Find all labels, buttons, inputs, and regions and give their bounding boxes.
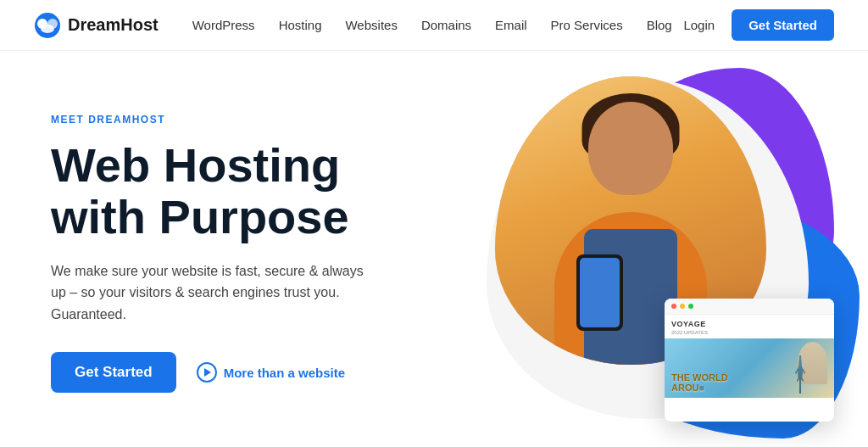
nav-link-wordpress[interactable]: WordPress	[192, 18, 255, 32]
nav-link-domains[interactable]: Domains	[421, 18, 471, 32]
website-preview-card: VOYAGE 2022 UPDATES THE WORLDAROU■	[665, 299, 834, 422]
nav-link-email[interactable]: Email	[495, 18, 527, 32]
hero-get-started-button[interactable]: Get Started	[51, 352, 176, 393]
hero-section: MEET DREAMHOST Web Hosting with Purpose …	[0, 51, 868, 447]
window-dot-yellow	[680, 304, 685, 309]
hero-visual: VOYAGE 2022 UPDATES THE WORLDAROU■	[427, 51, 868, 447]
svg-point-3	[41, 25, 54, 33]
card-site-subtitle: 2022 UPDATES	[665, 330, 834, 338]
play-triangle-icon	[204, 368, 211, 377]
card-site-title: VOYAGE	[665, 315, 834, 330]
hero-description: We make sure your website is fast, secur…	[51, 260, 373, 326]
hero-title: Web Hosting with Purpose	[51, 139, 458, 243]
phone-screen	[580, 258, 620, 327]
person-head	[588, 102, 673, 195]
logo-text: DreamHost	[68, 15, 159, 35]
hero-content: MEET DREAMHOST Web Hosting with Purpose …	[51, 114, 458, 394]
nav-actions: Login Get Started	[683, 9, 834, 41]
nav-link-websites[interactable]: Websites	[345, 18, 397, 32]
nav-links: WordPress Hosting Websites Domains Email…	[192, 18, 684, 32]
card-overlay-text: THE WORLDAROU■	[671, 372, 728, 393]
play-circle-icon	[197, 362, 217, 383]
card-image-area: THE WORLDAROU■	[665, 338, 834, 398]
more-than-label: More than a website	[224, 366, 345, 380]
meet-label: MEET DREAMHOST	[51, 114, 458, 126]
nav-get-started-button[interactable]: Get Started	[732, 9, 834, 41]
nav-link-blog[interactable]: Blog	[647, 18, 672, 32]
hero-title-line2: with Purpose	[51, 190, 349, 243]
phone-shape	[576, 254, 623, 331]
window-dot-red	[671, 304, 676, 309]
card-header	[665, 299, 834, 315]
navbar: DreamHost WordPress Hosting Websites Dom…	[0, 0, 868, 51]
hero-actions: Get Started More than a website	[51, 352, 458, 393]
nav-link-hosting[interactable]: Hosting	[279, 18, 322, 32]
window-dot-green	[688, 304, 693, 309]
login-link[interactable]: Login	[683, 18, 715, 32]
hero-title-line1: Web Hosting	[51, 138, 340, 192]
more-than-website-link[interactable]: More than a website	[197, 362, 345, 383]
nav-link-pro-services[interactable]: Pro Services	[551, 18, 623, 32]
logo[interactable]: DreamHost	[34, 12, 159, 39]
